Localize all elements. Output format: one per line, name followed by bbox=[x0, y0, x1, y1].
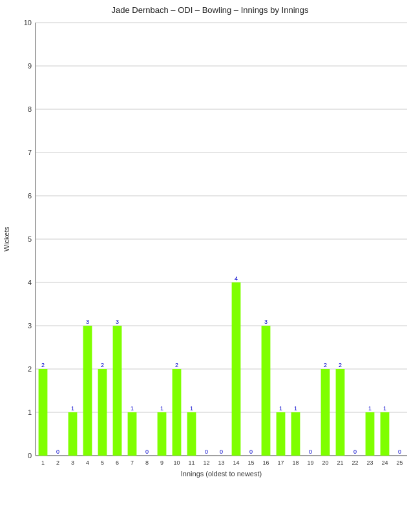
x-tick-label: 12 bbox=[203, 459, 209, 466]
bar bbox=[83, 326, 92, 456]
x-tick-label: 19 bbox=[307, 459, 313, 466]
x-tick-label: 13 bbox=[218, 459, 224, 466]
x-tick-label: 4 bbox=[86, 459, 89, 466]
page-container: Jade Dernbach – ODI – Bowling – Innings … bbox=[0, 0, 420, 517]
bar bbox=[262, 326, 271, 456]
bar bbox=[291, 412, 300, 456]
x-tick-label: 21 bbox=[337, 459, 343, 466]
x-tick-label: 7 bbox=[131, 459, 134, 466]
bar-value-label: 0 bbox=[145, 448, 149, 455]
bar-value-label: 4 bbox=[235, 275, 238, 282]
bar bbox=[68, 412, 78, 456]
bar-value-label: 2 bbox=[175, 362, 178, 368]
bar bbox=[277, 412, 286, 456]
bar-value-label: 3 bbox=[116, 319, 119, 325]
x-tick-label: 3 bbox=[71, 459, 74, 466]
x-tick-label: 25 bbox=[396, 459, 403, 466]
bar-value-label: 1 bbox=[131, 405, 134, 412]
x-tick-label: 16 bbox=[262, 459, 269, 466]
bar-value-label: 1 bbox=[383, 405, 386, 412]
y-tick-label: 1 bbox=[28, 408, 32, 416]
y-tick-label: 8 bbox=[28, 105, 32, 113]
bar-value-label: 0 bbox=[220, 448, 223, 455]
chart-svg: Jade Dernbach – ODI – Bowling – Innings … bbox=[0, 0, 420, 517]
x-tick-label: 5 bbox=[101, 459, 104, 466]
bar-value-label: 3 bbox=[264, 319, 268, 325]
bar-value-label: 1 bbox=[294, 405, 297, 412]
x-tick-label: 18 bbox=[292, 459, 299, 466]
bar-value-label: 2 bbox=[101, 362, 104, 368]
bar-value-label: 2 bbox=[41, 362, 45, 368]
bar-value-label: 0 bbox=[353, 448, 357, 455]
bar-value-label: 1 bbox=[368, 405, 372, 412]
bar-value-label: 0 bbox=[309, 448, 312, 455]
bar bbox=[321, 369, 330, 456]
chart-title: Jade Dernbach – ODI – Bowling – Innings … bbox=[112, 5, 309, 15]
bar-value-label: 1 bbox=[71, 405, 74, 412]
bar bbox=[336, 369, 345, 456]
x-tick-label: 23 bbox=[366, 459, 373, 466]
y-tick-label: 5 bbox=[28, 235, 32, 243]
y-tick-label: 3 bbox=[28, 322, 32, 330]
y-tick-label: 4 bbox=[28, 279, 32, 286]
x-tick-label: 9 bbox=[160, 459, 163, 466]
bar-value-label: 2 bbox=[324, 362, 327, 368]
x-tick-label: 14 bbox=[233, 459, 239, 466]
x-tick-label: 20 bbox=[322, 459, 328, 466]
bar-value-label: 1 bbox=[160, 405, 163, 412]
bar bbox=[187, 412, 196, 456]
bar-value-label: 1 bbox=[190, 405, 193, 412]
bar-value-label: 0 bbox=[249, 448, 253, 455]
bar bbox=[366, 412, 375, 456]
y-axis-label: Wickets bbox=[3, 226, 10, 251]
bar bbox=[39, 369, 48, 456]
bar bbox=[98, 369, 107, 456]
bar bbox=[113, 326, 122, 456]
x-tick-label: 8 bbox=[145, 459, 149, 466]
y-tick-label: 7 bbox=[28, 149, 32, 156]
y-tick-label: 6 bbox=[28, 192, 32, 200]
bar-value-label: 1 bbox=[279, 405, 282, 412]
y-tick-label: 9 bbox=[28, 62, 32, 70]
bar-value-label: 0 bbox=[56, 448, 59, 455]
bar-value-label: 2 bbox=[339, 362, 342, 368]
x-tick-label: 1 bbox=[41, 459, 45, 466]
bar-value-label: 0 bbox=[205, 448, 208, 455]
bar bbox=[173, 369, 182, 456]
bar bbox=[128, 412, 137, 456]
bar bbox=[381, 412, 390, 456]
bar-value-label: 0 bbox=[398, 448, 401, 455]
y-tick-label: 10 bbox=[24, 19, 32, 26]
bar-value-label: 3 bbox=[86, 319, 89, 325]
x-tick-label: 17 bbox=[277, 459, 284, 466]
bar bbox=[158, 412, 167, 456]
x-tick-label: 22 bbox=[352, 459, 358, 466]
x-tick-label: 11 bbox=[188, 459, 194, 466]
bar bbox=[232, 282, 241, 456]
x-tick-label: 24 bbox=[381, 459, 388, 466]
x-tick-label: 2 bbox=[56, 459, 59, 466]
y-tick-label: 2 bbox=[28, 365, 32, 373]
x-tick-label: 15 bbox=[247, 459, 254, 466]
x-tick-label: 6 bbox=[116, 459, 119, 466]
x-axis-label: Innings (oldest to newest) bbox=[181, 470, 262, 478]
x-tick-label: 10 bbox=[173, 459, 180, 466]
y-tick-label: 0 bbox=[28, 452, 32, 459]
